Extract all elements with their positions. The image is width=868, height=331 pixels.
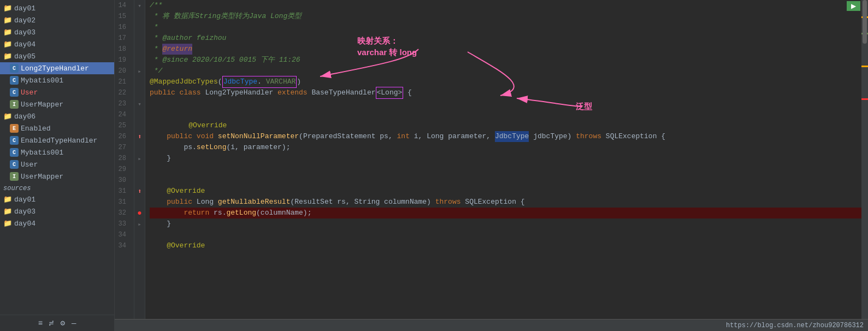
gutter-14: ▾ — [134, 0, 145, 11]
code-line-22: public class Long2TypeHandler extends Ba… — [150, 87, 861, 98]
code-line-32: return rs.getLong(columnName); — [150, 208, 861, 218]
gutter-19 — [134, 55, 145, 66]
sidebar-item-enabled[interactable]: E Enabled — [0, 122, 114, 134]
gutter-33: ▸ — [134, 218, 145, 229]
sidebar-item-day02[interactable]: 📁 day02 — [0, 14, 114, 26]
line-num-23: 23 — [115, 98, 129, 109]
collapse-button[interactable]: — — [72, 319, 76, 328]
sidebar-item-usermapper-2[interactable]: I UserMapper — [0, 170, 114, 182]
class-icon: C — [10, 136, 19, 145]
line-num-29: 29 — [115, 164, 129, 175]
folder-icon: 📁 — [3, 207, 12, 216]
sidebar-item-day05[interactable]: 📁 day05 — [0, 50, 114, 62]
line-num-26: 26 — [115, 131, 129, 142]
code-line-33: } — [150, 218, 861, 229]
class-icon: C — [10, 76, 19, 85]
gutter-31b — [134, 197, 145, 208]
line-numbers: 14 15 16 17 18 19 20 21 22 23 24 25 26 2… — [115, 0, 134, 319]
sidebar-item-usermapper[interactable]: I UserMapper — [0, 98, 114, 110]
sidebar-item-user-2[interactable]: C User — [0, 158, 114, 170]
class-icon: C — [10, 88, 19, 97]
scrollbar-marker-error — [861, 98, 868, 100]
class-icon: C — [10, 148, 19, 157]
sort-button[interactable]: ≡ — [38, 319, 43, 328]
code-line-29 — [150, 164, 861, 175]
url-label: https://blog.csdn.net/zhou920786312 — [726, 322, 864, 329]
scrollbar-marker-warning2 — [861, 66, 868, 67]
sidebar-item-enabledtypehandler[interactable]: C EnabledTypeHandler — [0, 134, 114, 146]
sidebar-item-long2typehandler[interactable]: C Long2TypeHandler — [0, 62, 114, 74]
line-num-31: 31 — [115, 186, 129, 197]
line-num-31b: 31 — [115, 197, 129, 208]
sidebar-item-user[interactable]: C User — [0, 86, 114, 98]
sidebar-item-day06[interactable]: 📁 day06 — [0, 110, 114, 122]
line-num-15: 15 — [115, 11, 129, 22]
gutter-25 — [134, 120, 145, 131]
folder-icon: 📁 — [3, 195, 12, 204]
line-num-19: 19 — [115, 55, 129, 66]
folder-icon: 📁 — [3, 28, 12, 37]
gutter-22 — [134, 87, 145, 98]
sidebar-item-mybatis001-2[interactable]: C Mybatis001 — [0, 146, 114, 158]
code-line-25: @Override — [150, 120, 861, 131]
file-tree: 📁 day01 📁 day02 📁 day03 📁 day04 📁 day05 … — [0, 0, 114, 315]
gutter-15 — [134, 11, 145, 22]
line-num-14: 14 — [115, 0, 129, 11]
folder-icon: 📁 — [3, 52, 12, 61]
sidebar: 📁 day01 📁 day02 📁 day03 📁 day04 📁 day05 … — [0, 0, 115, 331]
gutter-34 — [134, 229, 145, 240]
sidebar-item-mybatis001[interactable]: C Mybatis001 — [0, 74, 114, 86]
jdbctype-box: JdbcType. VARCHAR — [222, 76, 297, 88]
class-icon: C — [10, 64, 19, 73]
sidebar-item-day01[interactable]: 📁 day01 — [0, 2, 114, 14]
gutter-30 — [134, 175, 145, 186]
gutter-16 — [134, 22, 145, 33]
line-num-20: 20 — [115, 66, 129, 76]
sidebar-item-sources-day03[interactable]: 📁 day03 — [0, 205, 114, 217]
folder-icon: 📁 — [3, 112, 12, 121]
gutter: ▾ ▸ ▾ ⬆ — [134, 0, 145, 319]
line-num-24: 24 — [115, 109, 129, 120]
line-num-34b: 34 — [115, 240, 129, 251]
code-line-30 — [150, 175, 861, 186]
code-container: 14 15 16 17 18 19 20 21 22 23 24 25 26 2… — [115, 0, 868, 319]
gutter-27 — [134, 142, 145, 153]
scrollbar-right[interactable] — [861, 0, 868, 319]
code-line-17: * @author feizhou — [150, 33, 861, 44]
sidebar-item-day04[interactable]: 📁 day04 — [0, 38, 114, 50]
line-num-28: 28 — [115, 153, 129, 164]
scrollbar-thumb[interactable] — [863, 0, 867, 44]
gutter-34b — [134, 240, 145, 251]
sidebar-footer: ≡ ≓ ⚙ — — [0, 315, 114, 331]
code-line-27: ps.setLong(i, parameter); — [150, 142, 861, 153]
code-line-15: * 将 数据库String类型转为Java Long类型 — [150, 11, 861, 22]
sidebar-item-sources-day01[interactable]: 📁 day01 — [0, 193, 114, 205]
bottom-bar: https://blog.csdn.net/zhou920786312 — [115, 319, 868, 331]
folder-icon: 📁 — [3, 4, 12, 13]
editor-area: ▶ 14 15 16 17 18 19 20 21 22 23 24 25 26… — [115, 0, 868, 331]
gutter-21 — [134, 76, 145, 87]
code-line-28: } — [150, 153, 861, 164]
generic-box: <Long> — [376, 87, 404, 99]
line-num-27: 27 — [115, 142, 129, 153]
gutter-29 — [134, 164, 145, 175]
class-icon: C — [10, 160, 19, 169]
code-line-16: * — [150, 22, 861, 33]
code-line-14: /** — [150, 0, 861, 11]
sidebar-item-sources-day04[interactable]: 📁 day04 — [0, 217, 114, 229]
line-num-30: 30 — [115, 175, 129, 186]
code-line-21: @MappedJdbcTypes(JdbcType. VARCHAR) — [150, 76, 861, 87]
code-line-31: public Long getNullableResult(ResultSet … — [150, 197, 861, 208]
sort2-button[interactable]: ≓ — [49, 318, 54, 328]
code-lines[interactable]: /** * 将 数据库String类型转为Java Long类型 * * @au… — [145, 0, 861, 319]
gutter-26: ⬆ — [134, 131, 145, 142]
line-num-17: 17 — [115, 33, 129, 44]
line-num-25: 25 — [115, 120, 129, 131]
line-num-33: 33 — [115, 218, 129, 229]
sidebar-item-day03[interactable]: 📁 day03 — [0, 26, 114, 38]
code-line-31-override: @Override — [150, 186, 861, 197]
line-num-22: 22 — [115, 87, 129, 98]
code-line-19: * @since 2020/10/15 0015 下午 11:26 — [150, 55, 861, 66]
gutter-17 — [134, 33, 145, 44]
settings-button[interactable]: ⚙ — [61, 318, 65, 328]
